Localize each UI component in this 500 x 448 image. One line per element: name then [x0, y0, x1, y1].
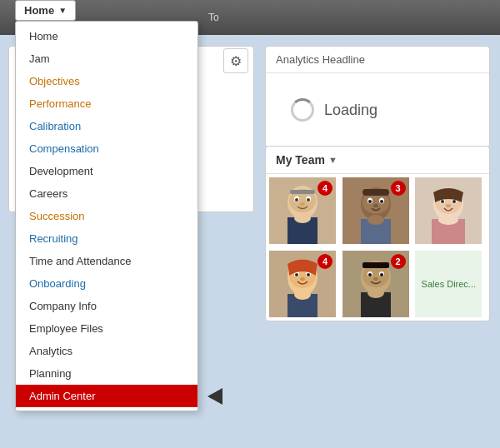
svg-point-16: [368, 200, 372, 203]
loading-spinner-icon: [291, 98, 314, 122]
svg-point-31: [438, 215, 458, 225]
nav-item-objectives[interactable]: Objectives: [16, 70, 198, 92]
svg-point-47: [368, 273, 372, 276]
analytics-panel: Analytics Headline Loading: [265, 46, 490, 147]
myteam-panel: My Team ▼ 4: [265, 146, 490, 321]
team-member-2[interactable]: 3: [342, 177, 409, 244]
nav-item-careers[interactable]: Careers: [16, 182, 198, 205]
svg-point-9: [294, 213, 311, 223]
analytics-loading: Loading: [266, 73, 489, 147]
svg-point-41: [294, 290, 311, 300]
nav-item-performance[interactable]: Performance: [16, 92, 198, 115]
svg-rect-52: [362, 262, 389, 268]
myteam-chevron-icon[interactable]: ▼: [328, 155, 338, 165]
svg-point-38: [307, 273, 310, 276]
svg-point-20: [368, 215, 384, 225]
team-member-2-badge: 3: [391, 181, 406, 196]
myteam-title: My Team: [276, 153, 325, 167]
team-member-grid-2: 4 2 Sales Direc...: [266, 247, 489, 321]
team-member-grid: 4 3: [266, 174, 489, 247]
nav-item-recruiting[interactable]: Recruiting: [16, 227, 198, 250]
home-dropdown-container: Home ▼ Home Jam Objectives Performance C…: [15, 0, 198, 411]
nav-item-employee-files[interactable]: Employee Files: [16, 317, 198, 340]
nav-item-jam[interactable]: Jam: [16, 47, 198, 70]
team-member-6[interactable]: Sales Direc...: [415, 251, 482, 317]
svg-point-27: [441, 200, 444, 203]
svg-point-37: [295, 273, 298, 276]
nav-dropdown-menu: Home Jam Objectives Performance Calibrat…: [15, 21, 198, 411]
nav-item-succession[interactable]: Succession: [16, 205, 198, 227]
home-button[interactable]: Home ▼: [15, 0, 76, 21]
svg-point-17: [380, 200, 383, 203]
loading-text: Loading: [324, 102, 378, 119]
svg-point-49: [373, 277, 378, 281]
analytics-headline-label: Analytics Headline: [276, 53, 365, 66]
team-member-5[interactable]: 2: [342, 251, 409, 317]
nav-item-company-info[interactable]: Company Info: [16, 295, 198, 317]
svg-point-28: [452, 200, 456, 203]
nav-item-time-attendance[interactable]: Time and Attendance: [16, 250, 198, 272]
topbar-to-label: To: [208, 12, 219, 23]
svg-point-18: [373, 204, 378, 207]
svg-point-39: [300, 277, 305, 281]
top-bar: Home ▼ Home Jam Objectives Performance C…: [0, 0, 500, 35]
home-caret: ▼: [58, 6, 67, 15]
svg-point-48: [380, 273, 383, 276]
svg-point-29: [446, 204, 451, 207]
svg-point-51: [368, 288, 384, 298]
sales-director-label: Sales Direc...: [418, 276, 479, 292]
svg-point-7: [300, 202, 305, 206]
team-member-1[interactable]: 4: [269, 177, 336, 244]
analytics-panel-header: Analytics Headline: [266, 47, 489, 73]
nav-item-planning[interactable]: Planning: [16, 362, 198, 385]
team-member-4-badge: 4: [318, 254, 332, 269]
svg-point-5: [295, 198, 298, 202]
team-member-5-badge: 2: [391, 254, 406, 269]
nav-item-home[interactable]: Home: [16, 25, 198, 47]
nav-item-development[interactable]: Development: [16, 160, 198, 182]
nav-item-analytics[interactable]: Analytics: [16, 340, 198, 362]
gear-icon: ⚙: [230, 53, 242, 69]
team-member-3[interactable]: [415, 177, 482, 244]
home-button-label: Home: [24, 4, 54, 17]
nav-item-onboarding[interactable]: Onboarding: [16, 272, 198, 295]
nav-item-calibration[interactable]: Calibration: [16, 115, 198, 137]
svg-rect-10: [290, 190, 315, 194]
nav-item-admin-center[interactable]: Admin Center: [16, 385, 198, 407]
selection-arrow: [208, 388, 222, 405]
gear-settings-button[interactable]: ⚙: [223, 48, 248, 73]
team-member-4[interactable]: 4: [269, 251, 336, 317]
team-member-1-badge: 4: [318, 181, 332, 196]
myteam-panel-header: My Team ▼: [266, 147, 489, 174]
team-member-3-photo: [415, 177, 482, 244]
svg-rect-21: [362, 189, 389, 196]
nav-item-compensation[interactable]: Compensation: [16, 137, 198, 160]
svg-point-6: [307, 198, 310, 202]
